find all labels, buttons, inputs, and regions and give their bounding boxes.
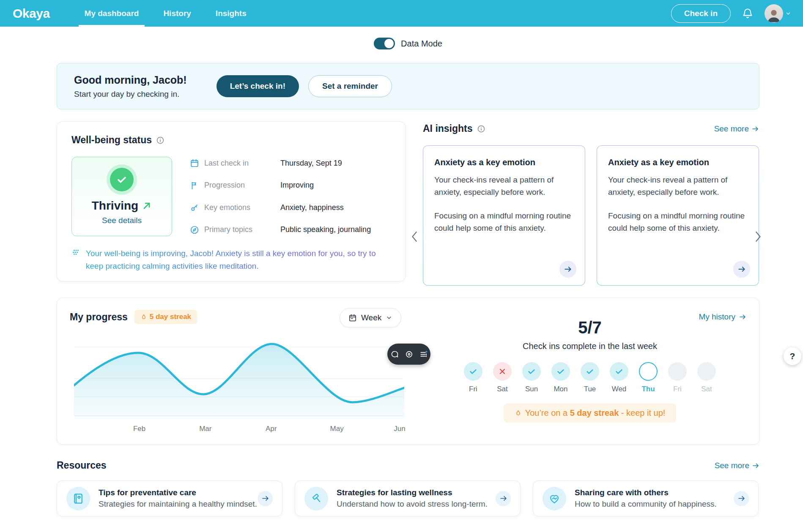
tab-history[interactable]: History	[157, 0, 197, 27]
info-icon[interactable]	[156, 136, 164, 145]
streak-banner: You’re on a 5 day streak - keep it up!	[504, 404, 677, 423]
insight-open-button[interactable]	[559, 261, 576, 278]
data-mode-toggle[interactable]	[374, 38, 395, 49]
greeting-text: Good morning, Jacob! Start your day by c…	[74, 74, 187, 99]
row-label: Last check in	[204, 159, 280, 168]
streak-banner-text: You’re on a 5 day streak - keep it up!	[525, 408, 666, 418]
arrow-right-icon	[499, 494, 507, 502]
data-mode-row: Data Mode	[57, 38, 759, 49]
day-missed-icon	[493, 362, 512, 381]
day-status: Fri	[668, 362, 687, 393]
filter-list-icon[interactable]	[419, 350, 428, 359]
flag-icon	[190, 181, 199, 190]
row-value: Anxiety, happiness	[280, 203, 344, 212]
day-label: Sat	[697, 385, 716, 393]
day-status: Tue	[581, 362, 599, 393]
insight-title: Anxiety as a key emotion	[434, 158, 574, 167]
row-key-emotions: Key emotions Anxiety, happiness	[190, 203, 391, 212]
insight-open-button[interactable]	[733, 261, 750, 278]
day-label: Wed	[610, 385, 628, 393]
day-future-circle	[697, 362, 716, 381]
resource-card-preventative-care[interactable]: Tips for preventative care Strategies fo…	[57, 480, 282, 516]
row-label: Key emotions	[204, 203, 280, 212]
ai-note-text: Your well-being is improving, Jacob! Anx…	[86, 247, 391, 273]
day-label: Mon	[551, 385, 570, 393]
tab-label: History	[163, 9, 191, 18]
resource-subtitle: Understand how to avoid stress long-term…	[337, 499, 488, 509]
range-selector[interactable]: Week	[340, 308, 401, 327]
row-value: Public speaking, journaling	[280, 225, 371, 234]
check-in-button[interactable]: Check in	[671, 4, 731, 23]
calendar-week-icon	[348, 314, 357, 322]
row-progression: Progression Improving	[190, 181, 391, 190]
day-status: Wed	[610, 362, 628, 393]
arrow-right-icon	[739, 313, 746, 321]
lets-check-in-button[interactable]: Let’s check in!	[217, 75, 299, 97]
row-primary-topics: Primary topics Public speaking, journali…	[190, 225, 391, 235]
greeting-actions: Let’s check in! Set a reminder	[217, 75, 392, 97]
key-icon	[190, 203, 199, 212]
progress-title: My progress	[70, 311, 128, 323]
help-button[interactable]: ?	[784, 347, 801, 365]
insight-title: Anxiety as a key emotion	[608, 158, 748, 167]
chart-toolbar	[387, 344, 430, 365]
resource-card-sharing-care[interactable]: Sharing care with others How to build a …	[533, 480, 759, 516]
row-value: Thursday, Sept 19	[280, 159, 342, 168]
carousel-prev-icon[interactable]	[410, 229, 419, 244]
resource-title: Tips for preventative care	[99, 488, 257, 497]
comment-icon[interactable]	[390, 350, 399, 359]
day-done-icon	[522, 362, 541, 381]
see-details-link[interactable]: See details	[102, 216, 142, 225]
x-tick: Mar	[199, 425, 211, 433]
avatar	[765, 4, 783, 23]
insight-body: Your check-ins reveal a pattern of anxie…	[434, 174, 574, 198]
range-selector-label: Week	[361, 313, 381, 322]
carousel-next-icon[interactable]	[753, 229, 762, 244]
greeting-subtitle: Start your day by checking in.	[74, 90, 187, 99]
resources-see-more-link[interactable]: See more	[715, 461, 759, 470]
thriving-status-box: Thriving See details	[71, 157, 172, 236]
book-heart-icon	[66, 487, 90, 510]
resource-card-lasting-wellness[interactable]: Strategies for lasting wellness Understa…	[295, 480, 521, 516]
chevron-down-icon	[386, 314, 392, 321]
day-today-circle	[639, 362, 658, 381]
person-icon	[766, 7, 782, 23]
see-more-label: See more	[715, 461, 749, 470]
brand-logo[interactable]: Okaya	[13, 0, 50, 27]
day-label: Sat	[493, 385, 512, 393]
trend-up-icon	[142, 201, 152, 211]
insights-see-more-link[interactable]: See more	[714, 124, 759, 134]
arrow-right-icon	[261, 494, 269, 502]
tab-my-dashboard[interactable]: My dashboard	[79, 0, 145, 27]
chart-x-axis: Feb Mar Apr May Jun	[74, 425, 404, 434]
resource-cards: Tips for preventative care Strategies fo…	[57, 480, 759, 516]
resource-open-button[interactable]	[734, 491, 749, 506]
bell-icon[interactable]	[742, 8, 754, 19]
set-reminder-button[interactable]: Set a reminder	[308, 75, 392, 97]
day-status: Sun	[522, 362, 541, 393]
resource-subtitle: How to build a community of happiness.	[575, 499, 717, 509]
eye-icon[interactable]	[405, 350, 414, 359]
check-circle-icon	[110, 168, 134, 191]
user-menu[interactable]	[765, 4, 791, 23]
resource-open-button[interactable]	[496, 491, 511, 506]
row-last-check-in: Last check in Thursday, Sept 19	[190, 158, 391, 168]
ai-note: Your well-being is improving, Jacob! Anx…	[71, 247, 391, 273]
day-label: Thu	[639, 385, 658, 393]
info-icon[interactable]	[477, 125, 485, 133]
day-done-icon	[610, 362, 628, 381]
insight-card: Anxiety as a key emotion Your check-ins …	[423, 146, 585, 285]
row-value: Improving	[280, 181, 314, 190]
my-progress-card: My progress 5 day streak Week My history	[57, 297, 759, 445]
sparkle-dots-icon	[71, 248, 81, 258]
day-status: Sat	[697, 362, 716, 393]
status-label: Thriving	[92, 199, 138, 213]
tab-insights[interactable]: Insights	[210, 0, 252, 27]
resource-open-button[interactable]	[258, 491, 273, 506]
insight-body: Focusing on a mindful morning routine co…	[434, 210, 574, 234]
arrow-right-icon	[752, 462, 759, 469]
x-tick: Jun	[394, 425, 405, 433]
top-nav: Okaya My dashboard History Insights Chec…	[0, 0, 803, 27]
insight-card-border: Anxiety as a key emotion Your check-ins …	[423, 145, 585, 286]
x-tick: Feb	[133, 425, 145, 433]
